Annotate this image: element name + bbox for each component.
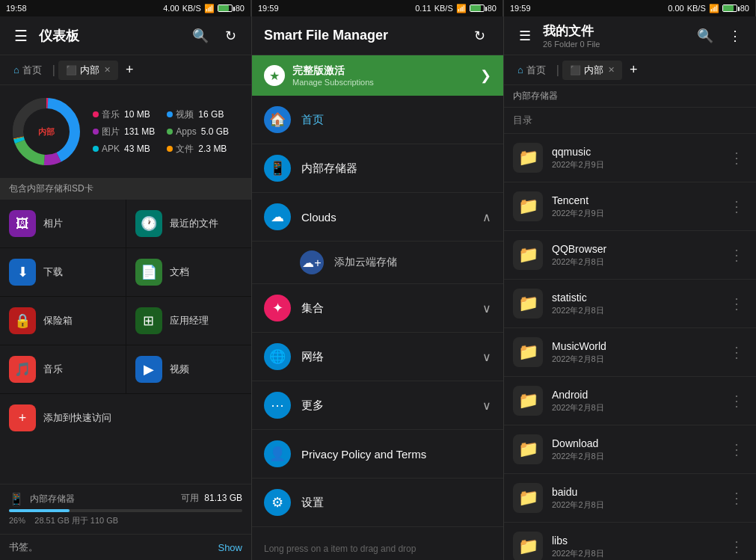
file-more-musicworld[interactable]: ⋮ [726,340,747,364]
quick-video-label: 视频 [170,363,189,376]
battery-icon-2 [470,4,485,12]
legend-dot-apk [93,146,99,152]
quick-photos[interactable]: 🖼 相片 [0,200,126,247]
vault-icon: 🔒 [9,307,36,334]
submenu-add-cloud[interactable]: ☁+ 添加云端存储 [252,241,503,284]
battery-pct-3: 80 [740,4,749,13]
storage-avail-value: 81.13 GB [204,493,242,503]
file-item-libs[interactable]: 📁 libs 2022年2月8日 ⋮ [504,523,756,560]
toolbar-title-1: 仪表板 [39,27,182,45]
storage-avail-label: 可用 [181,493,199,503]
file-name-qqbrowser: QQBrowser [552,243,717,255]
file-info-android: Android 2022年2月8日 [552,389,717,413]
quick-music-label: 音乐 [43,363,63,376]
storage-bar-section: 📱 内部存储器 可用 81.13 GB 26% 28.51 GB 用于 110 … [0,484,251,534]
refresh-button-2[interactable]: ↻ [467,24,491,48]
menu-settings-label: 设置 [301,496,491,510]
quick-video[interactable]: ▶ 视频 [126,345,252,393]
time-2: 19:59 [258,4,279,13]
network-speed-2: 0.11 [415,4,431,13]
quick-download[interactable]: ⬇ 下载 [0,248,126,296]
file-more-tencent[interactable]: ⋮ [726,194,747,218]
storage-bar-header: 📱 内部存储器 可用 81.13 GB [9,492,242,506]
file-item-qqmusic[interactable]: 📁 qqmusic 2022年2月9日 ⋮ [504,134,756,182]
refresh-button-1[interactable]: ↻ [218,24,242,48]
file-more-download[interactable]: ⋮ [726,437,747,461]
file-name-musicworld: MusicWorld [552,340,717,352]
signal-icon-1: 📶 [204,4,215,13]
bookmark-show-button[interactable]: Show [218,542,242,553]
file-item-musicworld[interactable]: 📁 MusicWorld 2022年2月8日 ⋮ [504,328,756,377]
menu-button-3[interactable]: ☰ [513,24,537,48]
menu-item-clouds[interactable]: ☁ Clouds ∧ [252,193,503,241]
file-item-statistic[interactable]: 📁 statistic 2022年2月8日 ⋮ [504,280,756,328]
file-item-qqbrowser[interactable]: 📁 QQBrowser 2022年2月8日 ⋮ [504,231,756,280]
menu-item-home[interactable]: 🏠 首页 [252,96,503,144]
file-info-baidu: baidu 2022年2月8日 [552,486,717,511]
tab-close-1[interactable]: ✕ [104,65,111,75]
file-more-statistic[interactable]: ⋮ [726,292,747,316]
tab-home-1[interactable]: ⌂ 首页 [6,61,49,80]
tab-home-3[interactable]: ⌂ 首页 [510,61,553,80]
menu-item-collection[interactable]: ✦ 集合 ∨ [252,284,503,333]
bookmark-bar: 书签。 Show [0,534,251,560]
wifi-icon-1: KB/S [182,4,201,13]
file-more-libs[interactable]: ⋮ [726,535,747,559]
tab-internal-1[interactable]: ⬛ 内部 ✕ [58,61,118,80]
quick-add[interactable]: + 添加到快速访问 [0,394,251,442]
menu-item-support[interactable]: 💬 Support Development [252,527,503,538]
tab-internal-3[interactable]: ⬛ 内部 ✕ [562,61,622,80]
menu-item-privacy[interactable]: 👤 Privacy Policy and Terms [252,430,503,479]
file-more-android[interactable]: ⋮ [726,389,747,413]
status-icons-1: 4.00 KB/S 📶 80 [163,4,245,13]
menu-home-label: 首页 [301,113,491,127]
quick-app-manager-label: 应用经理 [170,314,209,327]
add-cloud-icon: ☁+ [300,250,324,274]
file-item-tencent[interactable]: 📁 Tencent 2022年2月9日 ⋮ [504,182,756,231]
quick-music[interactable]: 🎵 音乐 [0,345,126,393]
file-item-baidu[interactable]: 📁 baidu 2022年2月8日 ⋮ [504,474,756,523]
settings-menu-icon: ⚙ [264,489,291,516]
file-name-tencent: Tencent [552,194,717,206]
menu-more-label: 更多 [301,399,472,413]
home-tab-icon-3: ⌂ [517,64,523,76]
quick-docs[interactable]: 📄 文档 [126,248,252,296]
file-date-qqmusic: 2022年2月9日 [552,159,717,170]
file-more-qqmusic[interactable]: ⋮ [726,146,747,170]
menu-internal-label: 内部存储器 [301,161,491,176]
quick-vault[interactable]: 🔒 保险箱 [0,297,126,345]
promo-banner[interactable]: ★ 完整版激活 Manage Subscriptions ❯ [252,55,503,96]
tab-close-3[interactable]: ✕ [608,65,615,75]
storage-progress-bar [9,509,242,512]
menu-item-network[interactable]: 🌐 网络 ∨ [252,333,503,381]
quick-app-manager[interactable]: ⊞ 应用经理 [126,297,252,345]
section-header-1: 包含内部存储和SD卡 [0,178,251,200]
legend-dot-video [167,111,173,117]
storage-percent-label: 26% 28.51 GB 用于 110 GB [9,515,242,526]
battery-icon-3 [722,4,737,12]
internal-menu-icon: 📱 [264,155,291,182]
menu-item-settings[interactable]: ⚙ 设置 [252,479,503,527]
legend-value-apps: 5.0 GB [201,126,229,137]
tab-add-1[interactable]: + [121,62,138,78]
storage-legend: 音乐 10 MB 视频 16 GB 图片 131 MB Apps 5.0 GB [93,108,230,156]
menu-item-more[interactable]: ⋯ 更多 ∨ [252,381,503,430]
quick-recent[interactable]: 🕐 最近的文件 [126,200,252,247]
folder-icon-qqbrowser: 📁 [513,240,543,270]
panel2-header: Smart File Manager ↻ [252,16,503,55]
add-icon: + [9,404,36,431]
file-more-baidu[interactable]: ⋮ [726,486,747,510]
file-item-download[interactable]: 📁 Download 2022年2月8日 ⋮ [504,425,756,474]
more-button-3[interactable]: ⋮ [723,24,747,48]
file-date-musicworld: 2022年2月8日 [552,354,717,365]
menu-item-internal[interactable]: 📱 内部存储器 [252,144,503,193]
search-button-3[interactable]: 🔍 [693,24,717,48]
file-date-android: 2022年2月8日 [552,402,717,413]
search-button-1[interactable]: 🔍 [188,24,212,48]
tab-add-3[interactable]: + [625,62,642,78]
quick-docs-label: 文档 [170,265,189,279]
file-item-android[interactable]: 📁 Android 2022年2月8日 ⋮ [504,377,756,425]
file-more-qqbrowser[interactable]: ⋮ [726,243,747,267]
menu-button-1[interactable]: ☰ [9,24,33,48]
legend-files: 文件 2.3 MB [167,143,229,156]
